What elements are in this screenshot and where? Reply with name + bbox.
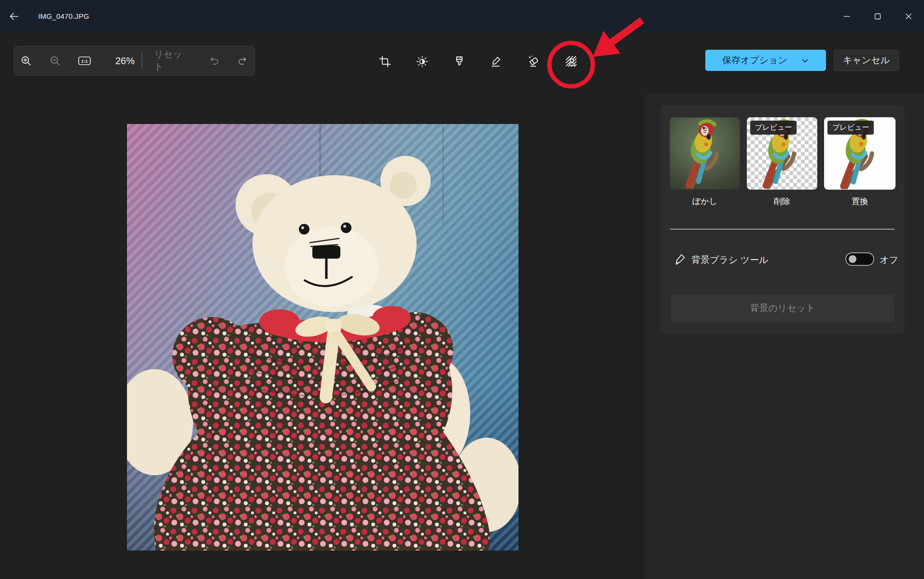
remove-option-label: 削除 (747, 196, 817, 207)
save-options-label: 保存オプション (722, 54, 787, 67)
photo-canvas[interactable] (127, 124, 518, 551)
preview-badge: プレビュー (827, 121, 874, 135)
background-erase-icon (527, 55, 540, 68)
zoom-in-icon (20, 55, 32, 67)
reset-zoom-button[interactable]: リセット (154, 46, 191, 75)
background-tool-icon (564, 54, 578, 69)
zoom-level-value: 26% (111, 46, 140, 75)
maximize-icon (874, 13, 882, 20)
paintbrush-icon (453, 55, 466, 68)
background-blur-option[interactable] (670, 117, 740, 190)
photos-app-window: IMG_0470.JPG 1:1 (0, 0, 924, 579)
background-brush-icon (674, 253, 686, 265)
minimize-button[interactable] (831, 0, 862, 33)
crop-icon (378, 55, 392, 68)
background-replace-option[interactable]: プレビュー (824, 117, 896, 190)
minimize-icon (843, 13, 851, 20)
back-button[interactable] (5, 8, 23, 25)
markup-tool-button[interactable] (486, 51, 507, 72)
zoom-out-button[interactable] (46, 46, 64, 75)
background-panel: プレビュー プレビュー ぼかし 削除 置換 背景ブラシ ツール オフ 背景のリセ… (644, 93, 924, 579)
toggle-state-label: オフ (880, 254, 898, 266)
active-tool-indicator (563, 72, 579, 75)
teddy-bear-photo (127, 124, 518, 551)
cancel-label: キャンセル (843, 54, 890, 67)
background-tool-button[interactable] (560, 51, 582, 72)
save-options-button[interactable]: 保存オプション (705, 50, 826, 71)
arrow-left-icon (8, 11, 20, 22)
parrot-image (670, 117, 740, 190)
replace-option-label: 置換 (824, 196, 896, 207)
actual-size-button[interactable]: 1:1 (75, 46, 94, 75)
panel-divider (670, 229, 895, 230)
background-erase-tool-button[interactable] (523, 51, 544, 72)
background-remove-option[interactable]: プレビュー (747, 117, 817, 190)
blur-option-label: ぼかし (670, 196, 740, 207)
reset-background-button[interactable]: 背景のリセット (671, 294, 894, 322)
background-brush-toggle[interactable] (845, 252, 874, 266)
redo-icon (237, 55, 248, 67)
maximize-button[interactable] (862, 0, 893, 33)
window-controls (831, 0, 924, 33)
one-to-one-icon: 1:1 (77, 55, 92, 67)
zoom-out-icon (49, 55, 61, 67)
toolbar-divider (141, 52, 142, 69)
adjust-tool-button[interactable] (411, 51, 433, 72)
close-icon (905, 13, 912, 20)
cancel-button[interactable]: キャンセル (834, 50, 899, 71)
background-options-card: プレビュー プレビュー ぼかし 削除 置換 背景ブラシ ツール オフ 背景のリセ… (660, 105, 905, 334)
toggle-knob (849, 255, 856, 263)
annotation-arrow-head (593, 31, 620, 57)
svg-text:1:1: 1:1 (81, 58, 88, 64)
chevron-down-icon (801, 56, 809, 65)
close-button[interactable] (893, 0, 924, 33)
window-title: IMG_0470.JPG (38, 0, 89, 33)
markup-pen-icon (490, 55, 503, 68)
preview-badge: プレビュー (750, 121, 797, 135)
crop-tool-button[interactable] (374, 51, 395, 72)
filter-tool-button[interactable] (448, 51, 470, 72)
titlebar: IMG_0470.JPG (0, 0, 924, 33)
redo-button[interactable] (233, 46, 252, 75)
undo-button[interactable] (205, 46, 224, 75)
zoom-in-button[interactable] (17, 46, 35, 75)
zoom-toolbar: 1:1 26% リセット (14, 46, 255, 76)
undo-icon (209, 55, 220, 67)
brightness-icon (416, 55, 429, 68)
background-brush-tool-label: 背景ブラシ ツール (691, 254, 769, 266)
